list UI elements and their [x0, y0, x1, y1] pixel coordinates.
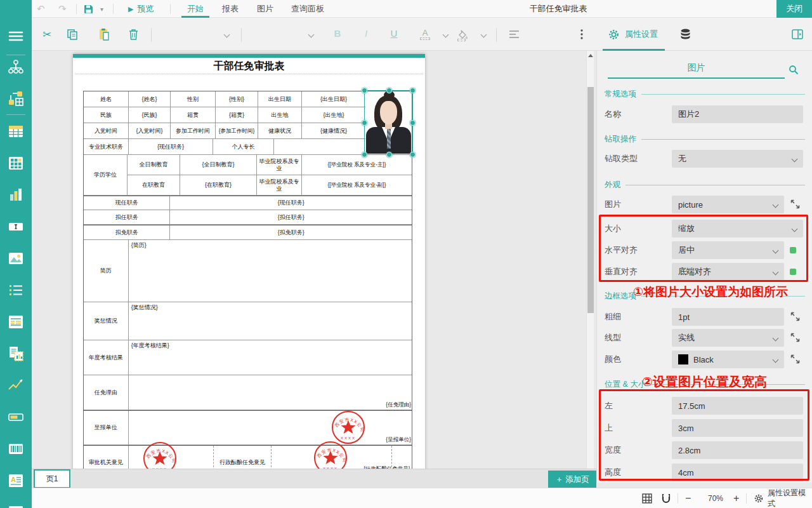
cell-value[interactable]: {出生地} [302, 107, 365, 123]
mode-label[interactable]: 属性设置模式 [768, 488, 812, 508]
cell-label[interactable]: 姓名 [84, 91, 129, 107]
search-icon[interactable] [789, 65, 799, 77]
cell-label[interactable]: 在职教育 [128, 175, 180, 196]
resize-handle-nw[interactable] [362, 88, 367, 93]
hamburger-menu-icon[interactable] [8, 28, 24, 44]
cell-label[interactable]: 出生日期 [258, 91, 302, 107]
cell-value[interactable]: {出生日期} [302, 91, 365, 107]
cell-value[interactable]: {拟任职务} [170, 210, 412, 225]
cell-value[interactable]: {参加工作时间} [216, 123, 258, 139]
close-button[interactable]: 关闭 [776, 0, 812, 18]
cell-value[interactable]: {拟免职务} [170, 225, 412, 240]
expand-icon[interactable] [790, 333, 800, 342]
cell-label[interactable]: 籍贯 [171, 107, 216, 123]
resize-handle-n[interactable] [386, 88, 392, 93]
cell-label[interactable]: 专业技术职务 [84, 139, 129, 155]
cell-label[interactable]: 出生地 [258, 107, 302, 123]
add-page-button[interactable]: ＋ 添加页 [548, 471, 596, 488]
redo-icon[interactable]: ↷ [58, 0, 67, 18]
vertical-scrollbar[interactable] [586, 51, 594, 483]
tab-query-panel[interactable]: 查询面板 [285, 0, 331, 18]
subreport-tool-icon[interactable] [8, 345, 24, 362]
panel-tab-image[interactable]: 图片 [608, 62, 785, 74]
banded-list-tool-icon[interactable] [8, 314, 24, 330]
cell-value[interactable]: {奖惩情况} [129, 302, 412, 340]
scroll-up-arrow[interactable] [588, 54, 593, 57]
matrix-tool-icon[interactable] [8, 155, 24, 171]
resize-handle-sw[interactable] [362, 152, 367, 157]
mode-gear-icon[interactable] [754, 488, 764, 508]
bold-button[interactable]: B [331, 28, 344, 39]
image-tool-icon[interactable] [8, 250, 24, 267]
form-table[interactable]: 姓名 {姓名} 性别 {性别} 出生日期 {出生日期} 民族 {民族} 籍贯 {… [83, 91, 412, 481]
selected-image-element[interactable] [364, 90, 413, 155]
cell-empty[interactable]: {任免理由} [129, 375, 412, 410]
cell-value[interactable]: {[毕业院校 系及专业-主]} [302, 155, 412, 175]
grid-toggle-icon[interactable] [642, 488, 652, 508]
cell-value[interactable]: {全日制教育} [180, 155, 257, 175]
fill-color-dropdown[interactable] [476, 27, 491, 42]
pos-left-input[interactable]: 17.5cm [672, 397, 803, 415]
cell-value[interactable]: {现任职务} [170, 196, 412, 210]
cell-label[interactable]: 个人专长 [213, 139, 274, 155]
cell-value[interactable]: {籍贯} [216, 107, 258, 123]
paste-icon[interactable] [96, 27, 112, 42]
gear-icon[interactable] [606, 27, 621, 42]
resize-handle-se[interactable] [410, 152, 416, 157]
page-tab-1[interactable]: 页1 [34, 469, 70, 488]
tab-start[interactable]: 开始 [180, 0, 211, 18]
cut-icon[interactable]: ✂ [39, 27, 55, 42]
cell-label[interactable]: 呈报单位 [84, 411, 129, 445]
cell-label[interactable]: 拟任职务 [84, 210, 170, 225]
zoom-in-button[interactable]: + [733, 488, 739, 508]
cell-stamp-area[interactable]: 西安市XX公司 XXXX {呈报单位} [129, 411, 412, 445]
cell-label[interactable]: 奖惩情况 [84, 302, 129, 340]
list-tool-icon[interactable] [8, 282, 24, 298]
cell-label[interactable]: 参加工作时间 [171, 123, 216, 139]
height-input[interactable]: 4cm [672, 464, 803, 481]
resize-handle-ne[interactable] [410, 88, 416, 93]
cell-label[interactable]: 健康状况 [258, 123, 302, 139]
cell-value[interactable]: {民族} [129, 107, 171, 123]
cell-label[interactable]: 毕业院校系及专业 [257, 175, 302, 196]
fill-color-button[interactable] [455, 27, 471, 42]
progressbar-tool-icon[interactable] [8, 409, 24, 425]
cell-value[interactable]: {姓名} [129, 91, 171, 107]
cell-label[interactable]: 现任职务 [84, 196, 170, 210]
cell-label[interactable]: 毕业院校系及专业 [257, 155, 302, 175]
expand-icon[interactable] [790, 199, 800, 209]
cell-value[interactable]: {在职教育} [180, 175, 257, 196]
cell-label[interactable]: 性别 [171, 91, 216, 107]
barcode-tool-icon[interactable] [8, 441, 24, 457]
chart-tool-icon[interactable] [8, 187, 24, 203]
nested-layout-tool-icon[interactable] [8, 90, 24, 107]
portrait-photo[interactable] [365, 91, 412, 154]
cell-value[interactable]: {入党时间} [129, 123, 171, 139]
properties-panel-button[interactable]: 属性设置 [620, 27, 662, 42]
border-weight-input[interactable]: 1pt [672, 308, 784, 326]
report-page[interactable]: 干部任免审批表 姓名 {姓名} 性别 {性别} 出生日期 {出生日期} 民族 {… [73, 54, 425, 483]
preview-button[interactable]: ▶ 预览 [128, 0, 154, 18]
extra-tool-icon[interactable] [8, 502, 24, 508]
cell-label[interactable]: 简历 [84, 240, 129, 302]
cell-label[interactable]: 年度考核结果 [84, 340, 129, 375]
snap-magnet-icon[interactable] [661, 488, 671, 508]
cell-value[interactable]: {性别} [216, 91, 258, 107]
image-select[interactable]: picture [672, 196, 784, 213]
richtext-tool-icon[interactable]: A [8, 472, 24, 489]
copy-icon[interactable] [65, 27, 80, 42]
cell-empty[interactable] [274, 139, 365, 155]
cell-label[interactable]: 全日制教育 [128, 155, 180, 175]
sparkline-tool-icon[interactable] [8, 377, 24, 394]
resize-handle-w[interactable] [362, 120, 367, 126]
size-select[interactable]: 缩放 [672, 220, 803, 237]
underline-button[interactable]: U [388, 28, 400, 39]
expand-icon[interactable] [790, 312, 800, 321]
tab-image[interactable]: 图片 [250, 0, 280, 18]
tab-report[interactable]: 报表 [215, 0, 246, 18]
font-color-button[interactable]: A [417, 27, 433, 42]
more-options-icon[interactable] [574, 27, 589, 42]
cell-value[interactable]: {[毕业院校 系及专业-副]} [302, 175, 412, 196]
scrollbar-thumb[interactable] [587, 87, 594, 313]
database-icon[interactable] [678, 27, 693, 42]
